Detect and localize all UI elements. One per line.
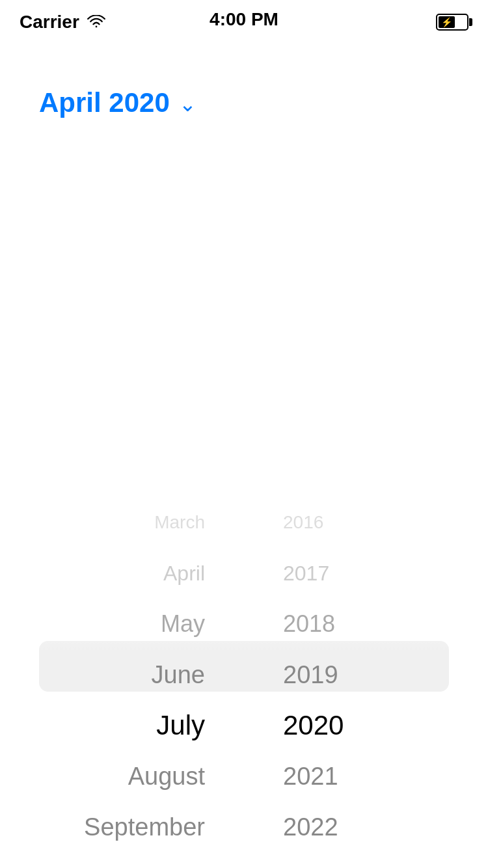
picker-year-item[interactable]: 2018 <box>283 599 335 649</box>
carrier-label: Carrier <box>20 12 107 33</box>
charging-bolt: ⚡ <box>441 18 452 27</box>
picker-month-selected[interactable]: July <box>156 700 205 751</box>
status-time: 4:00 PM <box>210 9 278 30</box>
picker-month-item[interactable]: March <box>154 497 205 548</box>
picker-column-months[interactable]: March April May June July August Septemb… <box>0 497 244 868</box>
picker-month-item[interactable]: October <box>122 852 205 868</box>
wifi-icon <box>86 15 107 29</box>
battery-area: ⚡ <box>436 14 468 31</box>
picker-month-item[interactable]: June <box>152 649 205 700</box>
picker-year-item[interactable]: 2021 <box>283 751 338 802</box>
picker-columns[interactable]: March April May June July August Septemb… <box>0 497 488 868</box>
picker-year-item[interactable]: 2019 <box>283 649 338 700</box>
battery-fill: ⚡ <box>439 16 455 28</box>
header-area: April 2020 ⌄ <box>0 35 488 118</box>
picker-month-item[interactable]: August <box>128 751 205 802</box>
picker-month-item[interactable]: May <box>161 599 205 649</box>
chevron-down-icon: ⌄ <box>179 92 197 116</box>
picker-overlay[interactable]: March April May June July August Septemb… <box>0 478 488 868</box>
battery-icon: ⚡ <box>436 14 468 31</box>
picker-month-item[interactable]: April <box>163 548 205 599</box>
picker-month-item[interactable]: September <box>84 802 205 852</box>
picker-year-selected[interactable]: 2020 <box>283 700 344 751</box>
picker-year-item[interactable]: 2022 <box>283 802 338 852</box>
picker-year-item[interactable]: 2016 <box>283 497 323 548</box>
picker-year-item[interactable]: 2017 <box>283 548 329 599</box>
picker-year-item[interactable]: 2023 <box>283 852 335 868</box>
picker-column-years[interactable]: 2016 2017 2018 2019 2020 2021 2022 2023 … <box>244 497 488 868</box>
month-title-text: April 2020 <box>39 87 170 118</box>
month-title-button[interactable]: April 2020 ⌄ <box>39 87 488 118</box>
status-bar: Carrier 4:00 PM ⚡ <box>0 0 488 35</box>
picker-container: March April May June July August Septemb… <box>0 478 488 868</box>
